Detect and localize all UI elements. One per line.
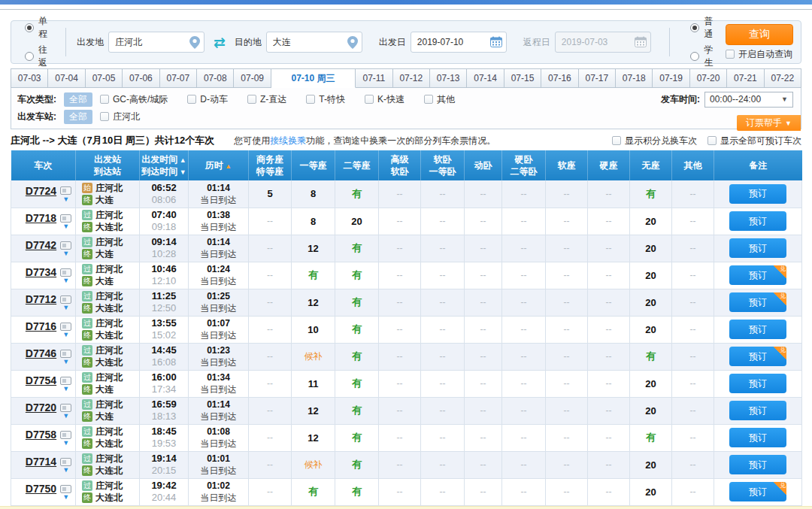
auto-query-checkbox[interactable]: 开启自动查询 <box>726 48 792 61</box>
date-tab-07-19[interactable]: 07-19 <box>653 68 689 88</box>
train-number-link[interactable]: D7758 <box>26 429 56 441</box>
train-number-link[interactable]: D7750 <box>26 483 56 495</box>
calendar-icon[interactable] <box>490 36 502 50</box>
location-pin-icon[interactable] <box>347 36 358 51</box>
train-number-link[interactable]: D7712 <box>26 293 56 305</box>
seat-cell: 有 <box>335 343 379 370</box>
book-button[interactable]: 预订兑 <box>729 482 786 501</box>
seat-availability: -- <box>521 432 527 443</box>
show-all-bookable-checkbox[interactable]: 显示全部可预订车次 <box>707 135 801 147</box>
train-number-link[interactable]: D7746 <box>26 347 56 359</box>
date-tab-07-03[interactable]: 07-03 <box>11 68 48 88</box>
id-card-icon <box>60 241 71 250</box>
swap-stations-icon[interactable]: ⇄ <box>214 35 226 50</box>
train-number-link[interactable]: D7754 <box>26 374 56 386</box>
expand-caret-icon[interactable]: ▼ <box>60 277 71 284</box>
seat-availability: 20 <box>645 297 656 308</box>
book-button[interactable]: 预订 <box>729 238 786 258</box>
train-number-link[interactable]: D7714 <box>26 456 56 468</box>
column-header[interactable]: 出发时间 ▲到达时间 ▼ <box>140 150 189 180</box>
column-header: 出发站到达站 <box>76 150 140 180</box>
date-tab-07-21[interactable]: 07-21 <box>727 68 764 88</box>
book-button[interactable]: 预订兑 <box>729 292 786 312</box>
book-button[interactable]: 预订 <box>729 374 786 393</box>
book-button[interactable]: 预订 <box>729 211 786 231</box>
seat-cell: -- <box>546 316 588 343</box>
location-pin-icon[interactable] <box>189 36 200 51</box>
book-button[interactable]: 预订 <box>729 184 786 204</box>
date-tab-07-05[interactable]: 07-05 <box>86 68 123 88</box>
date-tab-07-20[interactable]: 07-20 <box>690 68 727 88</box>
expand-caret-icon[interactable]: ▼ <box>60 413 71 420</box>
book-button[interactable]: 预订 <box>729 320 786 339</box>
train-type-option-checkbox[interactable]: T-特快 <box>306 93 345 106</box>
train-type-option-checkbox[interactable]: Z-直达 <box>247 93 286 106</box>
train-number-link[interactable]: D7720 <box>26 401 56 414</box>
column-header[interactable]: 历时 ▲ <box>189 150 249 180</box>
train-type-options: GC-高铁/城际D-动车Z-直达T-特快K-快速其他 <box>100 93 653 106</box>
date-tab-07-14[interactable]: 07-14 <box>467 68 504 88</box>
date-tab-07-18[interactable]: 07-18 <box>616 68 653 88</box>
train-number-link[interactable]: D7716 <box>26 320 56 332</box>
depart-station-option-checkbox[interactable]: 庄河北 <box>100 111 140 123</box>
train-type-option-checkbox[interactable]: K-快速 <box>365 93 404 106</box>
train-type-option-checkbox[interactable]: GC-高铁/城际 <box>100 93 168 106</box>
seat-cell: -- <box>249 289 292 316</box>
train-cell: D7720▼ <box>11 397 76 424</box>
book-button[interactable]: 预订 <box>729 455 786 474</box>
date-tab-07-08[interactable]: 07-08 <box>197 68 234 88</box>
book-button[interactable]: 预订兑 <box>729 265 786 285</box>
expand-caret-icon[interactable]: ▼ <box>60 332 71 338</box>
transfer-link[interactable]: 接续换乘 <box>270 135 306 146</box>
depart-time: 13:55 <box>140 317 188 329</box>
date-tab-07-16[interactable]: 07-16 <box>541 68 578 88</box>
expand-caret-icon[interactable]: ▼ <box>60 440 71 447</box>
expand-caret-icon[interactable]: ▼ <box>60 359 71 365</box>
train-number-link[interactable]: D7724 <box>26 185 56 197</box>
expand-caret-icon[interactable]: ▼ <box>60 494 71 501</box>
date-tab-07-13[interactable]: 07-13 <box>430 68 467 88</box>
pass-station-tag: 过 <box>82 291 92 301</box>
date-tab-07-10[interactable]: 07-10 周三 <box>271 68 356 88</box>
date-tab-07-06[interactable]: 07-06 <box>123 68 159 88</box>
date-tab-07-15[interactable]: 07-15 <box>504 68 541 88</box>
round-trip-radio[interactable]: 往返 <box>25 44 55 69</box>
expand-caret-icon[interactable]: ▼ <box>60 223 71 230</box>
date-tab-07-07[interactable]: 07-07 <box>160 68 197 88</box>
book-button[interactable]: 预订 <box>729 401 786 420</box>
train-number-link[interactable]: D7734 <box>26 266 56 278</box>
expand-caret-icon[interactable]: ▼ <box>60 386 71 392</box>
times-cell: 14:4516:08 <box>140 343 189 370</box>
depart-time-select[interactable]: 00:00--24:00 ▼ <box>704 92 793 108</box>
date-tab-07-09[interactable]: 07-09 <box>234 68 271 88</box>
normal-radio[interactable]: 普通 <box>690 15 718 41</box>
train-number-link[interactable]: D7742 <box>26 239 56 251</box>
date-tab-07-12[interactable]: 07-12 <box>393 68 430 88</box>
train-type-option-checkbox[interactable]: 其他 <box>424 93 455 106</box>
query-button[interactable]: 查询 <box>726 24 793 45</box>
train-number-link[interactable]: D7718 <box>26 212 56 224</box>
date-tab-07-17[interactable]: 07-17 <box>579 68 616 88</box>
date-tab-07-04[interactable]: 07-04 <box>48 68 85 88</box>
to-station-line: 终大连北 <box>82 492 139 504</box>
date-tab-07-11[interactable]: 07-11 <box>356 68 392 88</box>
date-tab-07-22[interactable]: 07-22 <box>765 68 801 88</box>
show-points-checkbox[interactable]: 显示积分兑换车次 <box>612 135 697 147</box>
student-radio[interactable]: 学生 <box>690 44 718 69</box>
expand-caret-icon[interactable]: ▼ <box>60 196 71 203</box>
expand-caret-icon[interactable]: ▼ <box>60 250 71 257</box>
trip-type-group: 单程 往返 <box>19 15 55 69</box>
train-type-option-checkbox[interactable]: D-动车 <box>187 93 228 106</box>
seat-cell: -- <box>672 235 714 262</box>
expand-caret-icon[interactable]: ▼ <box>60 304 71 311</box>
depart-station-all-badge[interactable]: 全部 <box>64 110 92 124</box>
booking-helper-button[interactable]: 订票帮手▼ <box>737 115 801 131</box>
column-header-line: 高级 <box>379 153 420 165</box>
expand-caret-icon[interactable]: ▼ <box>60 467 71 474</box>
book-button[interactable]: 预订 <box>729 428 786 447</box>
train-type-all-badge[interactable]: 全部 <box>64 92 92 107</box>
seat-cell: -- <box>588 424 630 451</box>
one-way-radio[interactable]: 单程 <box>25 15 55 41</box>
book-button[interactable]: 预订兑 <box>729 347 786 366</box>
seat-cell: -- <box>672 370 714 397</box>
